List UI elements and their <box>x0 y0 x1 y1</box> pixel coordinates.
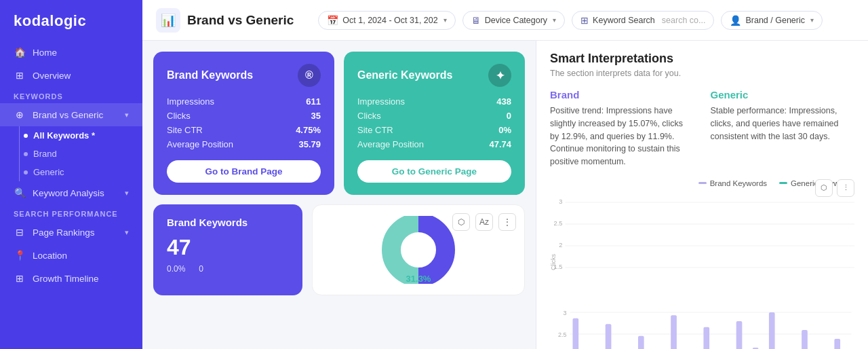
smart-title-rest: Interpretations <box>585 52 673 65</box>
brand-interpretation: Brand Positive trend: Impressions have s… <box>550 89 694 168</box>
sidebar-item-home[interactable]: 🏠 Home <box>0 41 142 64</box>
generic-ctr-label: Site CTR <box>357 125 393 135</box>
dot-indicator <box>24 152 28 156</box>
smart-title: Smart Interpretations <box>550 52 854 66</box>
chart-export-button[interactable]: ⬡ <box>815 179 833 197</box>
generic-card-title: Generic Keywords <box>357 69 453 81</box>
donut-toolbar: ⬡ Az ⋮ <box>452 213 516 231</box>
donut-chart-card: ⬡ Az ⋮ 31.3% <box>312 204 525 295</box>
bk2-sub: 0.0% 0 <box>167 264 289 274</box>
generic-card-metrics: Impressions 438 Clicks 0 Site CTR 0% A <box>357 96 511 149</box>
go-to-brand-page-button[interactable]: Go to Brand Page <box>167 160 321 183</box>
svg-text:2: 2 <box>559 242 562 249</box>
chart-more-button[interactable]: ⋮ <box>837 179 854 197</box>
brand-ctr-row: Site CTR 4.75% <box>167 125 321 135</box>
sidebar-section-search: Search Performance <box>0 204 142 221</box>
svg-text:3: 3 <box>559 198 562 205</box>
growth-icon: ⊞ <box>14 272 26 284</box>
sidebar-subitem-label-generic: Generic <box>33 167 64 177</box>
generic-interp-title: Generic <box>711 89 855 100</box>
sidebar-item-location[interactable]: 📍 Location <box>0 244 142 267</box>
brand-filter[interactable]: 👤 Brand / Generic ▾ <box>721 11 823 30</box>
generic-avgpos-row: Average Position 47.74 <box>357 139 511 149</box>
svg-rect-32 <box>671 315 677 349</box>
sidebar-item-all-keywords[interactable]: All Keywords * <box>0 126 142 145</box>
brand-interp-text: Positive trend: Impressions have slightl… <box>550 105 694 168</box>
brand-card-title: Brand Keywords <box>167 69 253 81</box>
chart-area: 3 2.5 2 1.5 Clicks <box>550 194 854 319</box>
donut-more-button[interactable]: ⋮ <box>498 213 516 231</box>
svg-rect-52 <box>834 339 840 349</box>
page-rankings-icon: ⊟ <box>14 226 26 238</box>
go-to-generic-page-button[interactable]: Go to Generic Page <box>357 160 511 183</box>
sidebar-item-brand[interactable]: Brand <box>0 145 142 163</box>
chart-container: ⬡ ⋮ Brand Keywords Generic Keywords <box>550 179 854 319</box>
brand-card-metrics: Impressions 611 Clicks 35 Site CTR 4.75% <box>167 96 321 149</box>
brand-impressions-label: Impressions <box>167 96 214 107</box>
sidebar-section-keywords: Keywords <box>0 87 142 103</box>
sidebar-item-label-pr: Page Rankings <box>33 227 95 238</box>
sub-menu-bvg: All Keywords * Brand Generic <box>0 126 142 181</box>
svg-rect-36 <box>703 327 709 349</box>
sidebar-item-growth-timeline[interactable]: ⊞ Growth Timeline <box>0 267 142 290</box>
generic-impressions-value: 438 <box>496 96 511 107</box>
header: 📊 Brand vs Generic 📅 Oct 1, 2024 - Oct 3… <box>142 0 868 41</box>
sidebar: kodalogic 🏠 Home ⊞ Overview Keywords ⊕ B… <box>0 0 142 349</box>
brand-ctr-label: Site CTR <box>167 125 203 135</box>
generic-avgpos-label: Average Position <box>357 139 424 149</box>
generic-keywords-card: Generic Keywords ✦ Impressions 438 Click… <box>344 52 525 195</box>
device-filter[interactable]: 🖥 Device Category ▾ <box>462 11 565 30</box>
smart-subtitle: The section interprets data for you. <box>550 69 854 78</box>
top-cards-row: Brand Keywords ® Impressions 611 Clicks … <box>153 52 525 195</box>
keyword-filter[interactable]: ⊞ Keyword Search search co... <box>572 11 714 30</box>
sidebar-item-keyword-analysis[interactable]: 🔍 Keyword Analysis ▾ <box>0 181 142 204</box>
generic-ctr-row: Site CTR 0% <box>357 125 511 135</box>
bottom-cards-row: Brand Keywords 47 0.0% 0 ⬡ Az ⋮ <box>153 204 525 295</box>
date-filter[interactable]: 📅 Oct 1, 2024 - Oct 31, 202 ▾ <box>318 11 455 30</box>
dot-indicator <box>24 170 28 174</box>
brand-clicks-value: 35 <box>311 111 321 121</box>
sidebar-item-page-rankings[interactable]: ⊟ Page Rankings ▾ <box>0 221 142 244</box>
chevron-down-icon: ▾ <box>125 228 129 237</box>
bk2-pct: 0.0% <box>167 264 185 274</box>
donut-pct-label: 31.3% <box>406 274 431 284</box>
brand-card-header: Brand Keywords ® <box>167 64 321 87</box>
brand-avgpos-value: 35.79 <box>298 139 321 149</box>
legend-brand: Brand Keywords <box>698 179 767 187</box>
sidebar-item-generic[interactable]: Generic <box>0 163 142 181</box>
location-icon: 📍 <box>14 249 26 261</box>
bk2-count: 47 <box>167 235 289 260</box>
generic-ctr-value: 0% <box>498 125 511 135</box>
chevron-down-icon: ▾ <box>125 111 129 120</box>
overview-icon: ⊞ <box>14 69 26 81</box>
brand-interp-title: Brand <box>550 89 694 100</box>
content-right: Smart Interpretations The section interp… <box>536 41 868 349</box>
generic-card-badge: ✦ <box>488 64 511 87</box>
chart-icon: 📊 <box>161 13 176 28</box>
sidebar-item-overview[interactable]: ⊞ Overview <box>0 64 142 87</box>
donut-label-button[interactable]: Az <box>475 213 493 231</box>
sidebar-item-label-gt: Growth Timeline <box>33 274 99 284</box>
sidebar-item-brand-vs-generic[interactable]: ⊕ Brand vs Generic ▾ <box>0 103 142 126</box>
smart-interp-header: Smart Interpretations The section interp… <box>550 52 854 78</box>
generic-legend-dot <box>779 182 787 184</box>
header-title-group: 📊 Brand vs Generic <box>156 8 294 33</box>
brand-filter-icon: 👤 <box>730 15 741 26</box>
device-icon: 🖥 <box>471 15 481 26</box>
generic-impressions-row: Impressions 438 <box>357 96 511 107</box>
svg-rect-20 <box>573 318 579 349</box>
dot-indicator <box>24 134 28 138</box>
generic-card-header: Generic Keywords ✦ <box>357 64 511 87</box>
chevron-down-icon: ▾ <box>125 189 129 198</box>
brand-legend-dot <box>698 182 707 184</box>
device-filter-label: Device Category <box>485 16 547 25</box>
header-page-icon: 📊 <box>156 8 180 33</box>
keyword-analysis-icon: 🔍 <box>14 187 26 199</box>
chevron-down-icon: ▾ <box>553 16 556 24</box>
generic-impressions-label: Impressions <box>357 96 405 107</box>
keyword-filter-value: search co... <box>662 16 706 25</box>
brand-keywords-card: Brand Keywords ® Impressions 611 Clicks … <box>153 52 334 195</box>
generic-interp-text: Stable performance: Impressions, clicks,… <box>711 105 855 143</box>
donut-export-button[interactable]: ⬡ <box>452 213 470 231</box>
sidebar-item-label-ka: Keyword Analysis <box>33 188 104 198</box>
